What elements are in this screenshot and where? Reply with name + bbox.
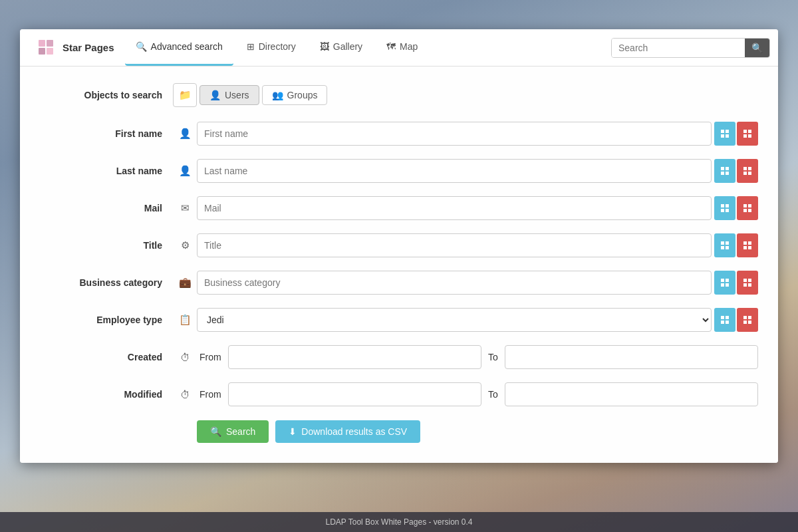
svg-rect-28	[721, 241, 724, 245]
svg-rect-22	[721, 209, 724, 212]
last-name-input[interactable]	[197, 159, 712, 183]
created-to-input[interactable]	[505, 345, 758, 369]
title-icon: ⚙	[173, 233, 197, 257]
mail-control	[197, 196, 758, 220]
business-category-red-btn[interactable]	[737, 271, 758, 295]
svg-rect-24	[743, 204, 747, 207]
mail-row: Mail ✉	[40, 193, 758, 223]
business-category-control	[197, 271, 758, 295]
modified-from-label: From	[197, 389, 224, 400]
navbar: Star Pages 🔍 Advanced search ⊞ Directory…	[20, 29, 778, 66]
first-name-icon: 👤	[173, 122, 197, 146]
svg-rect-29	[726, 241, 729, 245]
tab-map-label: Map	[400, 41, 418, 52]
last-name-red-btn[interactable]	[737, 159, 758, 183]
business-category-cyan-btn[interactable]	[714, 271, 735, 295]
modified-to-label: To	[485, 389, 501, 400]
svg-rect-47	[726, 321, 729, 324]
svg-rect-4	[721, 130, 724, 133]
svg-rect-38	[721, 283, 724, 287]
business-category-row: Business category 💼	[40, 267, 758, 298]
tab-map[interactable]: 🗺 Map	[376, 29, 428, 66]
tab-advanced-search-label: Advanced search	[151, 41, 223, 52]
groups-button[interactable]: 👥 Groups	[262, 85, 328, 105]
svg-rect-10	[743, 134, 747, 138]
tab-advanced-search[interactable]: 🔍 Advanced search	[125, 29, 233, 66]
svg-rect-45	[726, 316, 729, 319]
footer-text: LDAP Tool Box White Pages - version 0.4	[325, 517, 472, 527]
svg-rect-30	[721, 246, 724, 249]
svg-rect-19	[748, 172, 751, 175]
footer-bar: LDAP Tool Box White Pages - version 0.4	[0, 512, 798, 532]
last-name-cyan-btn[interactable]	[714, 159, 735, 183]
svg-rect-3	[47, 48, 53, 55]
map-icon: 🗺	[386, 41, 396, 52]
mail-icon: ✉	[173, 196, 197, 220]
employee-type-cyan-btn[interactable]	[714, 308, 735, 332]
title-cyan-btn[interactable]	[714, 233, 735, 257]
modified-label: Modified	[40, 389, 173, 400]
svg-rect-26	[743, 209, 747, 212]
mail-label: Mail	[40, 203, 173, 213]
svg-rect-25	[748, 204, 751, 207]
tab-directory[interactable]: ⊞ Directory	[236, 29, 307, 66]
modified-to-input[interactable]	[505, 382, 758, 406]
search-input[interactable]	[612, 39, 745, 57]
first-name-control	[197, 122, 758, 146]
business-category-input[interactable]	[197, 271, 712, 295]
last-name-control	[197, 159, 758, 183]
first-name-cyan-btn[interactable]	[714, 122, 735, 146]
svg-rect-9	[748, 130, 751, 133]
first-name-row: First name 👤	[40, 118, 758, 149]
svg-rect-20	[721, 204, 724, 207]
first-name-input[interactable]	[197, 122, 712, 146]
objects-to-search-label: Objects to search	[40, 90, 173, 100]
employee-type-row: Employee type 📋 Jedi Sith Padawan Master	[40, 305, 758, 335]
svg-rect-7	[726, 134, 729, 138]
last-name-icon: 👤	[173, 159, 197, 183]
search-submit-button[interactable]: 🔍 Search	[197, 420, 269, 443]
first-name-red-btn[interactable]	[737, 122, 758, 146]
download-csv-button[interactable]: ⬇ Download results as CSV	[275, 420, 420, 443]
svg-rect-31	[726, 246, 729, 249]
mail-cyan-btn[interactable]	[714, 196, 735, 220]
mail-red-btn[interactable]	[737, 196, 758, 220]
created-from-label: From	[197, 352, 224, 362]
svg-rect-41	[748, 279, 751, 282]
modified-from-input[interactable]	[228, 382, 481, 406]
modified-row: Modified ⏱ From To	[40, 379, 758, 410]
title-red-btn[interactable]	[737, 233, 758, 257]
form-content: Objects to search 📁 👤 Users 👥 Groups Fir…	[20, 66, 778, 463]
objects-controls: 📁 👤 Users 👥 Groups	[173, 83, 327, 107]
created-label: Created	[40, 352, 173, 362]
created-to-label: To	[485, 352, 501, 362]
mail-input[interactable]	[197, 196, 712, 220]
employee-type-icon: 📋	[173, 308, 197, 332]
search-button[interactable]: 🔍	[745, 39, 769, 57]
search-submit-label: Search	[226, 426, 255, 437]
last-name-row: Last name 👤	[40, 156, 758, 186]
title-label: Title	[40, 240, 173, 251]
svg-rect-39	[726, 283, 729, 287]
svg-rect-14	[721, 172, 724, 175]
last-name-label: Last name	[40, 166, 173, 176]
download-label: Download results as CSV	[301, 426, 407, 437]
employee-type-select[interactable]: Jedi Sith Padawan Master	[197, 308, 712, 332]
search-icon: 🔍	[136, 41, 147, 52]
svg-rect-48	[743, 316, 747, 319]
svg-rect-46	[721, 321, 724, 324]
employee-type-red-btn[interactable]	[737, 308, 758, 332]
svg-rect-51	[748, 321, 751, 324]
tab-gallery[interactable]: 🖼 Gallery	[309, 29, 373, 66]
svg-rect-13	[726, 167, 729, 170]
folder-button[interactable]: 📁	[173, 83, 197, 107]
svg-rect-42	[743, 283, 747, 287]
created-control: From To	[197, 345, 758, 369]
tab-gallery-label: Gallery	[333, 41, 362, 52]
created-row: Created ⏱ From To	[40, 342, 758, 372]
employee-type-control: Jedi Sith Padawan Master	[197, 308, 758, 332]
svg-rect-0	[39, 40, 45, 47]
title-input[interactable]	[197, 233, 712, 257]
users-button[interactable]: 👤 Users	[200, 85, 259, 105]
created-from-input[interactable]	[228, 345, 481, 369]
